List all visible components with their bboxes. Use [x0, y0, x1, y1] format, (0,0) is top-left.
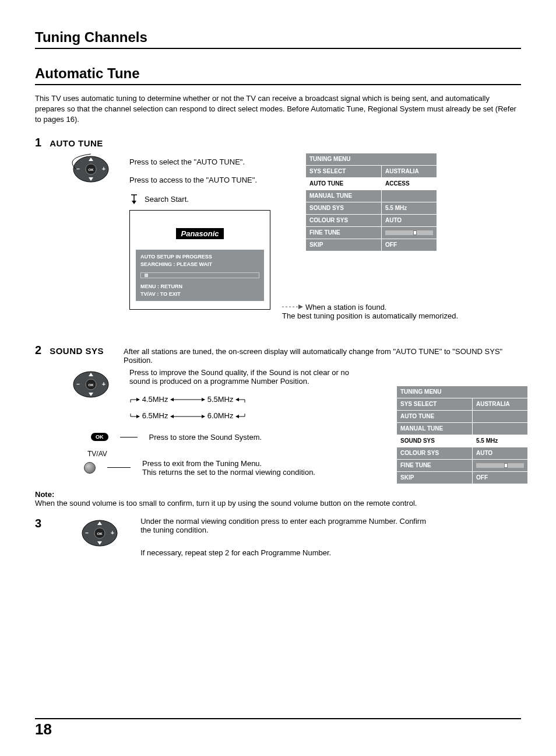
panasonic-logo: Panasonic [176, 228, 223, 239]
search-start-text: Search Start. [145, 195, 189, 204]
svg-marker-20 [170, 398, 174, 401]
nav-pad-icon: OK – + [70, 153, 112, 186]
tuning-menu-2: TUNING MENU SYS SELECTAUSTRALIAAUTO TUNE… [396, 386, 528, 484]
step3-line2: If necessary, repeat step 2 for each Pro… [140, 548, 521, 557]
page-number: 18 [35, 718, 521, 738]
nav-pad-icon: OK – + [79, 517, 121, 550]
tvav-button-icon [84, 462, 96, 474]
progress-line2: SEARCHING : PLEASE WAIT [140, 261, 259, 269]
menu-row-value: AUSTRALIA [382, 165, 437, 177]
svg-marker-23 [235, 398, 239, 401]
menu-row-value [382, 226, 437, 239]
menu-row-label: AUTO TUNE [306, 177, 382, 190]
step2-improve-text: Press to improve the Sound quality, if t… [129, 368, 363, 386]
menu-row-value [473, 422, 528, 435]
menu-row-value: 5.5 MHz [382, 202, 437, 214]
step3-number: 3 [35, 517, 41, 530]
menu-row-label: COLOUR SYS [306, 214, 382, 226]
menu-row-label: MANUAL TUNE [397, 422, 473, 435]
memorized-text: The best tuning position is automaticall… [282, 312, 458, 320]
intro-paragraph: This TV uses automatic tuning to determi… [35, 93, 521, 125]
menu-row-value [382, 190, 437, 202]
menu-row-label: AUTO TUNE [397, 410, 473, 422]
menu-row-label: FINE TUNE [306, 226, 382, 239]
svg-marker-19 [136, 398, 140, 401]
step1-number: 1 [35, 136, 41, 149]
menu-row-value: AUSTRALIA [473, 398, 528, 410]
menu-row-label: SYS SELECT [397, 398, 473, 410]
note-text: When the sound volume is too small to co… [35, 499, 521, 508]
step3-line1: Under the normal viewing condition press… [140, 517, 432, 534]
section-title: Automatic Tune [35, 65, 521, 85]
menu-row-value [473, 459, 528, 471]
nav-pad-icon: OK – + [70, 368, 112, 401]
svg-marker-22 [202, 398, 205, 401]
svg-marker-24 [136, 415, 140, 418]
svg-marker-27 [202, 415, 205, 418]
progress-line1: AUTO SETUP IN PROGRESS [140, 253, 259, 261]
svg-marker-8 [132, 201, 136, 204]
menu-row-value: OFF [473, 471, 528, 484]
frequency-diagram: 4.5MHz 5.5MHz 6.5MHz 6.0MHz [129, 391, 385, 425]
svg-text:OK: OK [89, 168, 94, 172]
exit-line1: Press to exit from the Tuning Menu. [142, 459, 315, 468]
svg-marker-11 [298, 304, 303, 309]
step1-access-text: Press to access to the "AUTO TUNE". [129, 176, 270, 184]
svg-marker-25 [170, 415, 174, 418]
menu-row-label: FINE TUNE [397, 459, 473, 471]
progress-bar [140, 272, 259, 278]
step2-intro: After all stations are tuned, the on-scr… [124, 347, 521, 365]
menu-row-value [473, 410, 528, 422]
step1-select-text: Press to select the "AUTO TUNE". [129, 158, 270, 166]
menu-row-value: AUTO [382, 214, 437, 226]
svg-text:–: – [85, 530, 89, 536]
menu2-header: TUNING MENU [397, 386, 528, 398]
menu-row-label: MANUAL TUNE [306, 190, 382, 202]
svg-marker-28 [235, 415, 239, 418]
tuning-menu-1: TUNING MENU SYS SELECTAUSTRALIAAUTO TUNE… [305, 153, 437, 251]
tvav-exit-text: TV/AV : TO EXIT [140, 290, 259, 299]
menu-row-value: 5.5 MHz [473, 435, 528, 447]
menu-row-value: ACCESS [382, 177, 437, 190]
ok-store-text: Press to store the Sound System. [149, 433, 262, 442]
menu1-header: TUNING MENU [306, 153, 437, 165]
menu-row-label: SKIP [397, 471, 473, 484]
arrow-down-icon [129, 194, 139, 205]
svg-text:OK: OK [89, 383, 94, 387]
svg-text:+: + [111, 530, 114, 536]
svg-text:OK: OK [97, 532, 103, 536]
osd-screen: Panasonic AUTO SETUP IN PROGRESS SEARCHI… [129, 210, 270, 310]
station-found-text: When a station is found. [305, 303, 458, 312]
tvav-label: TV/AV [87, 450, 385, 458]
svg-text:–: – [76, 381, 80, 387]
menu-row-label: SOUND SYS [397, 435, 473, 447]
menu-row-label: SKIP [306, 239, 382, 251]
menu-row-label: COLOUR SYS [397, 447, 473, 459]
svg-text:–: – [76, 166, 80, 172]
menu-row-label: SYS SELECT [306, 165, 382, 177]
menu-row-value: AUTO [473, 447, 528, 459]
note-label: Note: [35, 490, 521, 499]
menu-row-value: OFF [382, 239, 437, 251]
menu-row-label: SOUND SYS [306, 202, 382, 214]
menu-return-text: MENU : RETURN [140, 283, 259, 291]
step2-number: 2 [35, 344, 41, 357]
svg-text:+: + [102, 381, 105, 387]
step1-title: AUTO TUNE [50, 138, 103, 148]
exit-line2: This returns the set to the normal viewi… [142, 468, 315, 477]
svg-text:+: + [102, 166, 105, 172]
step2-title: SOUND SYS [50, 346, 104, 356]
page-title: Tuning Channels [35, 29, 521, 49]
ok-button-icon: OK [91, 433, 108, 441]
